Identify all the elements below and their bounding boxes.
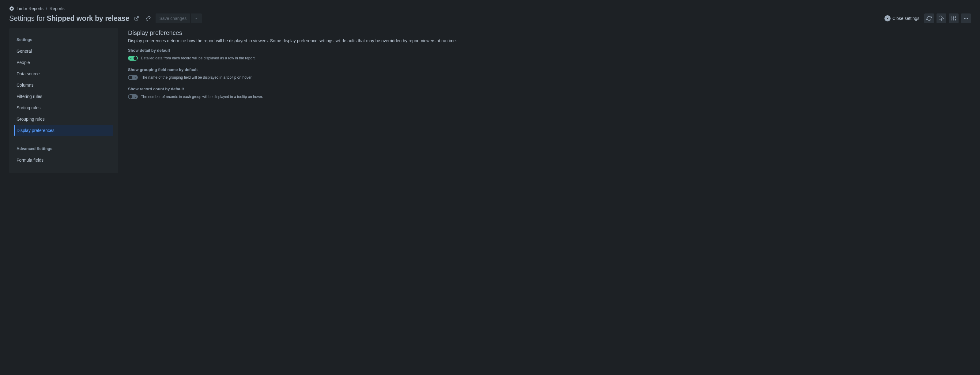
sidebar-item-display-preferences[interactable]: Display preferences bbox=[14, 125, 113, 136]
breadcrumb: Limbr Reports / Reports bbox=[9, 6, 971, 11]
toggle-show-detail[interactable] bbox=[128, 56, 138, 60]
sidebar-item-sorting-rules[interactable]: Sorting rules bbox=[14, 102, 113, 113]
close-icon bbox=[885, 15, 891, 21]
page-title-prefix: Settings for bbox=[9, 14, 47, 22]
title-row: Settings for Shipped work by release Sav… bbox=[9, 13, 971, 23]
check-icon bbox=[130, 56, 132, 60]
page-title: Settings for Shipped work by release bbox=[9, 14, 129, 23]
save-button[interactable]: Save changes bbox=[156, 13, 190, 23]
title-left: Settings for Shipped work by release Sav… bbox=[9, 13, 202, 23]
refresh-button[interactable] bbox=[924, 13, 934, 23]
breadcrumb-separator: / bbox=[46, 6, 47, 11]
setting-label: Show grouping field name by default bbox=[128, 67, 971, 72]
sidebar-item-columns[interactable]: Columns bbox=[14, 79, 113, 91]
breadcrumb-section[interactable]: Reports bbox=[49, 6, 65, 11]
svg-point-14 bbox=[964, 18, 965, 19]
sidebar-item-formula-fields[interactable]: Formula fields bbox=[14, 154, 113, 165]
x-icon bbox=[134, 75, 137, 80]
sidebar-item-data-source[interactable]: Data source bbox=[14, 68, 113, 79]
toggle-show-grouping-field-name[interactable] bbox=[128, 75, 138, 80]
setting-show-detail: Show detail by default Detailed data fro… bbox=[128, 48, 971, 60]
setting-row: The name of the grouping field will be d… bbox=[128, 75, 971, 80]
copy-link-button[interactable] bbox=[144, 14, 153, 23]
toggle-knob bbox=[134, 56, 137, 60]
toggle-show-record-count[interactable] bbox=[128, 94, 138, 99]
sidebar: Settings General People Data source Colu… bbox=[9, 28, 118, 173]
svg-point-15 bbox=[966, 18, 967, 19]
setting-description: The number of records in each group will… bbox=[141, 95, 263, 99]
main-panel: Display preferences Display preferences … bbox=[128, 28, 971, 106]
settings-button[interactable] bbox=[949, 13, 959, 23]
sidebar-heading-advanced: Advanced Settings bbox=[14, 145, 113, 153]
main-description: Display preferences determine how the re… bbox=[128, 38, 971, 43]
header: Limbr Reports / Reports Settings for Shi… bbox=[0, 0, 980, 28]
open-external-button[interactable] bbox=[132, 14, 141, 23]
app-logo-icon bbox=[9, 6, 14, 11]
save-button-group: Save changes bbox=[156, 13, 202, 23]
more-options-button[interactable] bbox=[961, 13, 971, 23]
svg-point-1 bbox=[11, 8, 13, 10]
toggle-knob bbox=[129, 76, 132, 79]
title-right: Close settings bbox=[882, 13, 971, 23]
breadcrumb-app[interactable]: Limbr Reports bbox=[16, 6, 43, 11]
main-title: Display preferences bbox=[128, 29, 971, 37]
setting-show-grouping-field-name: Show grouping field name by default The … bbox=[128, 67, 971, 80]
x-icon bbox=[134, 94, 137, 99]
setting-label: Show detail by default bbox=[128, 48, 971, 52]
sidebar-item-filtering-rules[interactable]: Filtering rules bbox=[14, 91, 113, 102]
setting-label: Show record count by default bbox=[128, 87, 971, 91]
setting-description: Detailed data from each record will be d… bbox=[141, 56, 256, 60]
svg-point-16 bbox=[967, 18, 968, 19]
download-button[interactable] bbox=[937, 13, 946, 23]
close-settings-button[interactable]: Close settings bbox=[882, 13, 922, 23]
page-title-name: Shipped work by release bbox=[47, 14, 130, 22]
sidebar-heading-settings: Settings bbox=[14, 35, 113, 44]
setting-show-record-count: Show record count by default The number … bbox=[128, 87, 971, 99]
sidebar-item-general[interactable]: General bbox=[14, 46, 113, 57]
toggle-knob bbox=[129, 95, 132, 99]
setting-row: The number of records in each group will… bbox=[128, 94, 971, 99]
close-settings-label: Close settings bbox=[892, 16, 920, 21]
setting-description: The name of the grouping field will be d… bbox=[141, 75, 252, 79]
sidebar-item-grouping-rules[interactable]: Grouping rules bbox=[14, 114, 113, 125]
save-dropdown-button[interactable] bbox=[191, 13, 202, 23]
content: Settings General People Data source Colu… bbox=[0, 28, 980, 183]
sidebar-item-people[interactable]: People bbox=[14, 57, 113, 68]
setting-row: Detailed data from each record will be d… bbox=[128, 56, 971, 60]
